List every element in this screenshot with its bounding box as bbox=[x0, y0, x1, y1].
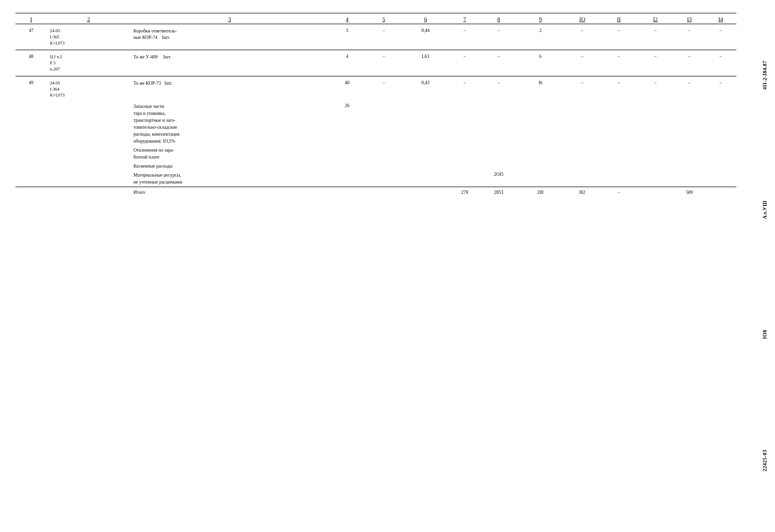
row-48-col14: – bbox=[705, 50, 736, 76]
otkloneniya-label: Отклонения по зара- ботной плате bbox=[130, 146, 329, 162]
row-47-col10: – bbox=[564, 24, 601, 50]
zapchasti-row: Запасные части тара и упаковка, транспор… bbox=[15, 102, 736, 146]
row-49-col2-text: 24-05I-364K=I,073 bbox=[50, 80, 127, 98]
materialnye-col10 bbox=[564, 171, 601, 187]
otkloneniya-row: Отклонения по зара- ботной плате bbox=[15, 146, 736, 162]
itogo-col13: 589 bbox=[674, 187, 705, 198]
header-col-5: 5 bbox=[365, 13, 402, 24]
zapchasti-col9 bbox=[517, 102, 564, 146]
row-47-col12: – bbox=[637, 24, 674, 50]
zapchasti-col7 bbox=[449, 102, 481, 146]
materialnye-col8: 2OI5 bbox=[480, 171, 517, 187]
row-47-col14: – bbox=[705, 24, 736, 50]
materialnye-label: Материальные ресурсы, не учтенные расцен… bbox=[130, 171, 329, 187]
itogo-col11: – bbox=[601, 187, 637, 198]
header-col-3: 3 bbox=[130, 13, 329, 24]
kosvennye-label: Косвенные расходы bbox=[130, 162, 329, 171]
row-49-col9: I6 bbox=[517, 76, 564, 102]
header-col-14: I4 bbox=[705, 13, 736, 24]
row-49-col14: – bbox=[705, 76, 736, 102]
header-col-9: 9 bbox=[517, 13, 564, 24]
row-48-col5: – bbox=[365, 50, 402, 76]
header-col-13: I3 bbox=[674, 13, 705, 24]
row-49-col7: – bbox=[449, 76, 481, 102]
row-47-col2: 24-05I-365K=I,073 bbox=[47, 24, 130, 50]
row-49-col13: – bbox=[674, 76, 705, 102]
header-col-10: IO bbox=[564, 13, 601, 24]
row-47-col2-text: 24-05I-365K=I,073 bbox=[50, 28, 127, 46]
kosvennye-empty-1 bbox=[15, 162, 47, 171]
row-47-col13: – bbox=[674, 24, 705, 50]
itogo-col10: I82 bbox=[564, 187, 601, 198]
itogo-row: Итого 278 2853 28I I82 – 589 bbox=[15, 187, 736, 198]
itogo-col8: 2853 bbox=[480, 187, 517, 198]
row-47-col9: 2 bbox=[517, 24, 564, 50]
row-48-col4: 4 bbox=[329, 50, 365, 76]
row-48-col13: – bbox=[674, 50, 705, 76]
zapchasti-empty-2 bbox=[47, 102, 130, 146]
materialnye-col4 bbox=[329, 171, 365, 187]
row-47-id: 47 bbox=[15, 24, 47, 50]
table-row: 48 Ц I ч.5Р 5п.207 То же У-409 Iшт. 4 – … bbox=[15, 50, 736, 76]
row-48-col7: – bbox=[449, 50, 481, 76]
label-2: Ал.УШ bbox=[762, 200, 768, 219]
zapchasti-col5 bbox=[365, 102, 402, 146]
row-47-col8: – bbox=[480, 24, 517, 50]
row-49-col8: – bbox=[480, 76, 517, 102]
row-47-col3: Коробки ответвитель-ные КОР-74 Iшт. bbox=[130, 24, 329, 50]
materialnye-col11 bbox=[601, 171, 637, 187]
zapchasti-col4: 26 bbox=[329, 102, 365, 146]
header-col-12: I2 bbox=[637, 13, 674, 24]
zapchasti-col6 bbox=[402, 102, 449, 146]
header-col-8: 8 bbox=[480, 13, 517, 24]
materialnye-empty-2 bbox=[47, 171, 130, 187]
header-row: I 2 3 4 5 6 7 8 9 IO II I2 I3 I4 bbox=[15, 13, 736, 24]
row-49-col5: – bbox=[365, 76, 402, 102]
zapchasti-col10 bbox=[564, 102, 601, 146]
zapchasti-col13 bbox=[674, 102, 705, 146]
row-47-col5: – bbox=[365, 24, 402, 50]
label-3: IO8 bbox=[762, 330, 768, 339]
kosvennye-data bbox=[329, 162, 736, 171]
page-container: 4II-2-I84.87 Ал.УШ IO8 22425-03 I 2 3 4 … bbox=[0, 0, 775, 532]
header-col-4: 4 bbox=[329, 13, 365, 24]
zapchasti-col8 bbox=[480, 102, 517, 146]
materialnye-empty-1 bbox=[15, 171, 47, 187]
row-47-col6: 0,44 bbox=[402, 24, 449, 50]
row-49-col11: – bbox=[601, 76, 637, 102]
materialnye-col7 bbox=[449, 171, 481, 187]
row-48-col8: – bbox=[480, 50, 517, 76]
header-col-6: 6 bbox=[402, 13, 449, 24]
row-48-col2: Ц I ч.5Р 5п.207 bbox=[47, 50, 130, 76]
table-row: 49 24-05I-364K=I,073 То же КОР-73 Iшт. 4… bbox=[15, 76, 736, 102]
zapchasti-col11 bbox=[601, 102, 637, 146]
header-col-2: 2 bbox=[47, 13, 130, 24]
row-48-col10: – bbox=[564, 50, 601, 76]
main-table: I 2 3 4 5 6 7 8 9 IO II I2 I3 I4 47 24 bbox=[15, 13, 736, 198]
otkloneniya-empty-1 bbox=[15, 146, 47, 162]
row-48-col2-text: Ц I ч.5Р 5п.207 bbox=[50, 54, 127, 72]
row-48-id: 48 bbox=[15, 50, 47, 76]
row-48-col6: I,63 bbox=[402, 50, 449, 76]
zapchasti-col14 bbox=[705, 102, 736, 146]
row-49-col6: 0,43 bbox=[402, 76, 449, 102]
itogo-empty-2 bbox=[47, 187, 130, 198]
row-49-id: 49 bbox=[15, 76, 47, 102]
header-col-11: II bbox=[601, 13, 637, 24]
materialnye-col12 bbox=[637, 171, 674, 187]
row-49-col12: – bbox=[637, 76, 674, 102]
itogo-col9: 28I bbox=[517, 187, 564, 198]
header-col-7: 7 bbox=[449, 13, 481, 24]
row-49-col10: – bbox=[564, 76, 601, 102]
zapchasti-label: Запасные части тара и упаковка, транспор… bbox=[130, 102, 329, 146]
row-48-col3-text: То же У-409 Iшт. bbox=[134, 54, 326, 60]
kosvennye-empty-2 bbox=[47, 162, 130, 171]
itogo-label: Итого bbox=[130, 187, 329, 198]
materialnye-col5 bbox=[365, 171, 402, 187]
row-47-col11: – bbox=[601, 24, 637, 50]
header-col-1: I bbox=[15, 13, 47, 24]
row-48-col12: – bbox=[637, 50, 674, 76]
materialnye-col13 bbox=[674, 171, 705, 187]
row-48-col9: 6 bbox=[517, 50, 564, 76]
itogo-col7: 278 bbox=[449, 187, 481, 198]
